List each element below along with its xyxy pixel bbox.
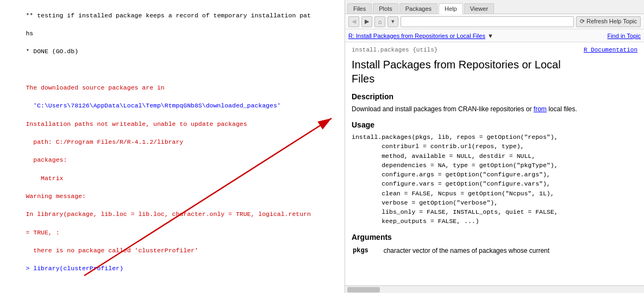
console-line-15: > library(clusterProfiler)	[26, 265, 123, 272]
forward-button[interactable]: ▶	[361, 16, 372, 27]
description-body: Download and install packages from CRAN-…	[352, 104, 637, 114]
console-wrapper: ** testing if installed package keeps a …	[0, 0, 345, 293]
tab-files[interactable]: Files	[347, 3, 372, 14]
console-output[interactable]: ** testing if installed package keeps a …	[0, 0, 345, 293]
console-line-8: path: C:/Program Files/R/R-4.1.2/library	[26, 138, 183, 145]
refresh-help-button[interactable]: ⟳ Refresh Help Topic	[576, 16, 641, 27]
help-search-input[interactable]	[401, 16, 574, 27]
doc-header: install.packages {utils} R Documentation	[352, 47, 637, 53]
usage-code: install.packages(pkgs, lib, repos = getO…	[352, 132, 637, 226]
help-content[interactable]: install.packages {utils} R Documentation…	[345, 42, 644, 285]
tab-bar: Files Plots Packages Help Viewer	[345, 0, 644, 14]
console-line-12: In library(package, lib.loc = lib.loc, c…	[26, 211, 311, 218]
breadcrumb-bar: R: Install Packages from Repositories or…	[345, 29, 644, 42]
back-button[interactable]: ◀	[348, 16, 359, 27]
tab-help[interactable]: Help	[439, 3, 463, 14]
tab-plots[interactable]: Plots	[373, 3, 398, 14]
help-scrollbar-thumb[interactable]	[347, 287, 380, 292]
console-panel: ** testing if installed package keeps a …	[0, 0, 345, 293]
arguments-table: pkgs character vector of the names of pa…	[352, 245, 637, 257]
tab-viewer[interactable]: Viewer	[464, 3, 494, 14]
package-ref: install.packages {utils}	[352, 47, 437, 53]
console-line-3: * DONE (GO.db)	[26, 48, 78, 55]
doc-title: Install Packages from Repositories or Lo…	[352, 58, 637, 86]
arg-desc-pkgs: character vector of the names of package…	[384, 246, 636, 256]
breadcrumb-link[interactable]: R: Install Packages from Repositories or…	[348, 33, 485, 39]
breadcrumb-dropdown-icon[interactable]: ▼	[487, 33, 493, 39]
console-line-13: = TRUE, :	[26, 229, 59, 236]
console-line-9: packages:	[26, 156, 67, 163]
history-button[interactable]: ▾	[387, 16, 398, 27]
tab-packages[interactable]: Packages	[399, 3, 437, 14]
console-line-7: Installation paths not writeable, unable…	[26, 120, 247, 128]
description-title: Description	[352, 92, 637, 101]
find-in-topic-button[interactable]: Find in Topic	[607, 33, 641, 39]
console-line-6: 'C:\Users\78126\AppData\Local\Temp\Rtmpq…	[26, 102, 280, 109]
help-horizontal-scrollbar[interactable]	[345, 285, 644, 293]
arguments-title: Arguments	[352, 233, 637, 241]
argument-row-pkgs: pkgs character vector of the names of pa…	[353, 246, 636, 256]
console-line-2: hs	[26, 30, 33, 37]
help-toolbar: ◀ ▶ ⌂ ▾ ⟳ Refresh Help Topic	[345, 14, 644, 29]
usage-title: Usage	[352, 120, 637, 129]
console-line-5: The downloaded source packages are in	[26, 84, 164, 91]
doc-link[interactable]: R Documentation	[584, 47, 637, 53]
console-line-1: ** testing if installed package keeps a …	[26, 12, 311, 19]
home-button[interactable]: ⌂	[374, 16, 385, 27]
console-line-10: Matrix	[26, 175, 63, 182]
from-link[interactable]: from	[534, 105, 547, 113]
arg-name-pkgs: pkgs	[353, 246, 383, 256]
help-panel: Files Plots Packages Help Viewer ◀ ▶ ⌂ ▾…	[345, 0, 644, 293]
console-line-14: there is no package called 'clusterProfi…	[26, 247, 198, 254]
console-line-11: Warning message:	[26, 193, 85, 200]
